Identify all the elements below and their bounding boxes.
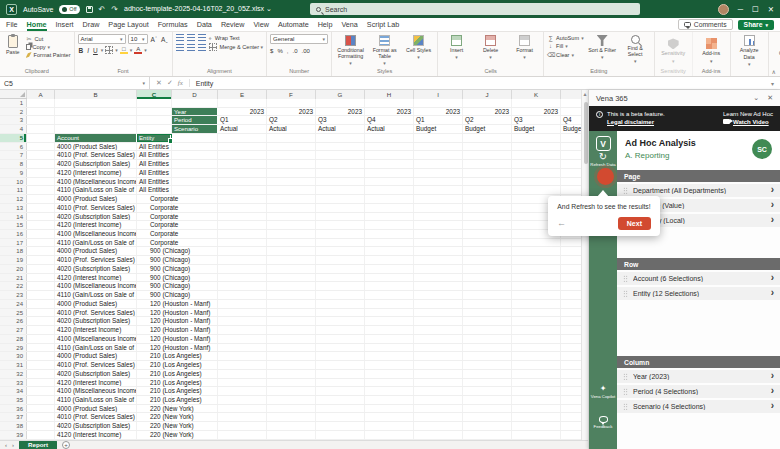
cell[interactable] — [463, 143, 512, 151]
cell[interactable] — [512, 317, 561, 325]
cell[interactable] — [27, 387, 55, 395]
cell[interactable] — [512, 431, 561, 439]
cell[interactable] — [218, 256, 267, 264]
italic-button[interactable]: I — [86, 47, 90, 54]
menu-tab-help[interactable]: Help — [318, 18, 333, 31]
borders-icon[interactable] — [105, 46, 113, 54]
dimension-item-entity-12-selections[interactable]: Entity (12 Selections)› — [617, 287, 780, 301]
cell[interactable]: 4100 (Miscellaneous Income — [55, 230, 137, 238]
cell-B5[interactable]: Account — [55, 134, 137, 142]
cell[interactable] — [218, 178, 267, 186]
cell[interactable] — [561, 431, 581, 439]
cell[interactable] — [27, 274, 55, 282]
row-header-27[interactable]: 27 — [0, 326, 27, 334]
add-sheet-button[interactable]: + — [62, 441, 70, 449]
column-header-K[interactable]: K — [512, 90, 561, 99]
copy-button[interactable]: Copy ▾ — [26, 44, 71, 50]
cell[interactable] — [463, 247, 512, 255]
cell[interactable] — [27, 379, 55, 387]
next-button[interactable]: Next — [618, 217, 651, 230]
cell[interactable] — [316, 230, 365, 238]
cell[interactable] — [267, 282, 316, 290]
chevron-right-icon[interactable]: › — [771, 288, 774, 298]
column-header-B[interactable]: B — [55, 90, 137, 99]
cell[interactable]: 120 (Houston - Manf) — [137, 300, 172, 308]
cell[interactable] — [463, 309, 512, 317]
cell[interactable]: Q2 — [463, 116, 512, 124]
cell[interactable] — [27, 317, 55, 325]
cell[interactable] — [218, 265, 267, 273]
cell[interactable] — [27, 396, 55, 404]
cell[interactable]: Budget — [561, 125, 581, 133]
cell[interactable] — [463, 370, 512, 378]
cell[interactable] — [414, 405, 463, 413]
cell[interactable] — [414, 247, 463, 255]
cell[interactable] — [463, 387, 512, 395]
cell[interactable] — [463, 221, 512, 229]
cell[interactable] — [414, 169, 463, 177]
cell[interactable] — [463, 396, 512, 404]
wrap-text-button[interactable]: Wrap Text — [215, 35, 240, 41]
cell[interactable]: 220 (New York) — [137, 405, 172, 413]
cell[interactable]: 4020 (Subscription Sales) — [55, 213, 137, 221]
pane-chevron-down-icon[interactable]: ⌄ — [753, 94, 759, 102]
row-header-30[interactable]: 30 — [0, 352, 27, 360]
cell[interactable] — [27, 143, 55, 151]
next-sheet-icon[interactable]: › — [12, 442, 14, 448]
cell[interactable]: 4020 (Subscription Sales) — [55, 160, 137, 168]
drag-handle-icon[interactable] — [623, 388, 628, 395]
cell[interactable] — [512, 352, 561, 360]
cell[interactable] — [463, 352, 512, 360]
cell[interactable] — [365, 151, 414, 159]
cell[interactable] — [27, 195, 55, 203]
cell[interactable] — [561, 151, 581, 159]
align-center-icon[interactable] — [187, 44, 195, 51]
cell[interactable] — [316, 247, 365, 255]
cell[interactable] — [414, 326, 463, 334]
cell[interactable] — [267, 274, 316, 282]
cell[interactable] — [267, 256, 316, 264]
cell[interactable] — [414, 143, 463, 151]
cell[interactable] — [172, 99, 218, 107]
cell[interactable] — [561, 178, 581, 186]
cell[interactable] — [316, 291, 365, 299]
cell[interactable] — [463, 239, 512, 247]
close-window-icon[interactable]: ✕ — [768, 5, 774, 14]
cell[interactable] — [512, 361, 561, 369]
row-header-21[interactable]: 21 — [0, 274, 27, 282]
cell[interactable]: 4120 (Interest Income) — [55, 274, 137, 282]
excel-logo-icon[interactable]: X — [6, 4, 17, 15]
menu-tab-home[interactable]: Home — [27, 18, 47, 31]
cell[interactable] — [365, 352, 414, 360]
insert-function-icon[interactable]: fx — [178, 79, 183, 87]
cell[interactable]: Q3 — [512, 116, 561, 124]
cell[interactable] — [365, 396, 414, 404]
share-button[interactable]: Share▾ — [738, 20, 774, 30]
row-header-25[interactable]: 25 — [0, 309, 27, 317]
watch-video-link[interactable]: Watch Video — [733, 118, 769, 126]
cell[interactable] — [27, 326, 55, 334]
cell[interactable] — [218, 195, 267, 203]
align-middle-icon[interactable] — [187, 34, 195, 41]
cell[interactable] — [218, 169, 267, 177]
cell[interactable] — [27, 335, 55, 343]
cell[interactable] — [267, 265, 316, 273]
cell[interactable]: 4000 (Product Sales) — [55, 195, 137, 203]
cell[interactable] — [316, 204, 365, 212]
format-as-table-button[interactable]: Format as Table▾ — [369, 34, 400, 66]
cell[interactable] — [414, 396, 463, 404]
cell[interactable] — [414, 265, 463, 273]
cell[interactable]: 4010 (Prof. Services Sales) — [55, 413, 137, 421]
cell[interactable]: All Entities — [137, 160, 172, 168]
cell[interactable]: Budget — [512, 125, 561, 133]
user-avatar[interactable] — [718, 4, 729, 15]
row-header-23[interactable]: 23 — [0, 291, 27, 299]
cell[interactable] — [267, 431, 316, 439]
cell[interactable]: All Entities — [137, 186, 172, 194]
cell[interactable] — [27, 178, 55, 186]
cell[interactable] — [512, 160, 561, 168]
cell[interactable] — [414, 431, 463, 439]
column-header-J[interactable]: J — [463, 90, 512, 99]
cell[interactable]: 120 (Houston - Manf) — [137, 344, 172, 352]
cell[interactable]: 4120 (Interest Income) — [55, 326, 137, 334]
